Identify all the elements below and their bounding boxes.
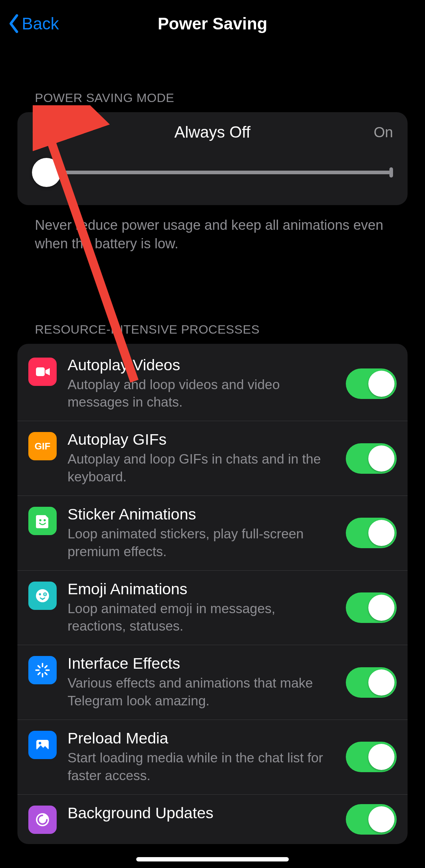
power-mode-note: Never reduce power usage and keep all an…	[0, 205, 425, 253]
svg-point-4	[39, 593, 41, 595]
slider-label-center: Always Off	[174, 123, 250, 141]
sticker-icon	[28, 507, 57, 535]
svg-point-6	[45, 594, 46, 595]
slider-end-cap	[389, 167, 393, 178]
row-autoplay-gifs[interactable]: GIF Autoplay GIFs Autoplay and loop GIFs…	[17, 421, 408, 496]
svg-line-11	[38, 666, 40, 668]
row-subtitle: Start loading media while in the chat li…	[68, 749, 335, 785]
toggle-preload-media[interactable]	[346, 742, 397, 772]
slider-label-on: On	[374, 124, 393, 140]
svg-point-2	[44, 519, 46, 521]
row-title: Interface Effects	[68, 655, 335, 672]
photo-icon	[28, 731, 57, 759]
row-background-updates[interactable]: Background Updates	[17, 795, 408, 844]
svg-rect-0	[36, 367, 45, 376]
row-subtitle: Loop animated emoji in messages, reactio…	[68, 600, 335, 636]
svg-line-14	[38, 673, 40, 675]
row-title: Sticker Animations	[68, 505, 335, 523]
back-label: Back	[22, 14, 59, 33]
row-emoji-animations[interactable]: Emoji Animations Loop animated emoji in …	[17, 571, 408, 645]
row-autoplay-videos[interactable]: Autoplay Videos Autoplay and loop videos…	[17, 344, 408, 421]
svg-point-3	[36, 589, 49, 602]
row-title: Background Updates	[68, 804, 335, 822]
toggle-autoplay-videos[interactable]	[346, 368, 397, 399]
emoji-icon	[28, 582, 57, 610]
svg-point-16	[39, 742, 41, 744]
section-header-power-mode: POWER SAVING MODE	[0, 91, 425, 112]
power-slider-card: Off Always Off On	[17, 112, 408, 205]
nav-bar: Back Power Saving	[0, 0, 425, 47]
toggle-interface-effects[interactable]	[346, 667, 397, 698]
row-title: Autoplay Videos	[68, 356, 335, 374]
toggle-sticker-animations[interactable]	[346, 518, 397, 548]
toggle-autoplay-gifs[interactable]	[346, 443, 397, 474]
row-interface-effects[interactable]: Interface Effects Various effects and an…	[17, 645, 408, 720]
row-subtitle: Loop animated stickers, play full-screen…	[68, 525, 335, 561]
page-title: Power Saving	[158, 14, 267, 33]
row-preload-media[interactable]: Preload Media Start loading media while …	[17, 720, 408, 795]
svg-line-13	[45, 666, 47, 668]
gif-icon: GIF	[28, 432, 57, 460]
slider-track	[43, 171, 393, 174]
home-indicator[interactable]	[136, 857, 289, 861]
video-icon	[28, 358, 57, 386]
row-title: Preload Media	[68, 729, 335, 747]
power-slider[interactable]	[32, 158, 393, 187]
toggle-background-updates[interactable]	[346, 804, 397, 835]
sparkle-icon	[28, 656, 57, 684]
row-subtitle: Autoplay and loop GIFs in chats and in t…	[68, 451, 335, 486]
row-subtitle: Autoplay and loop videos and video messa…	[68, 376, 335, 412]
section-header-resources: RESOURCE-INTENSIVE PROCESSES	[0, 322, 425, 344]
svg-line-12	[45, 673, 47, 675]
chevron-left-icon	[7, 13, 20, 34]
slider-label-off: Off	[32, 124, 51, 140]
refresh-icon	[28, 806, 57, 834]
toggle-emoji-animations[interactable]	[346, 592, 397, 623]
row-title: Autoplay GIFs	[68, 431, 335, 448]
slider-thumb[interactable]	[32, 158, 61, 187]
row-subtitle: Various effects and animations that make…	[68, 675, 335, 710]
row-sticker-animations[interactable]: Sticker Animations Loop animated sticker…	[17, 496, 408, 571]
resource-list: Autoplay Videos Autoplay and loop videos…	[17, 344, 408, 844]
row-title: Emoji Animations	[68, 580, 335, 598]
svg-point-1	[39, 519, 41, 521]
back-button[interactable]: Back	[7, 0, 59, 47]
